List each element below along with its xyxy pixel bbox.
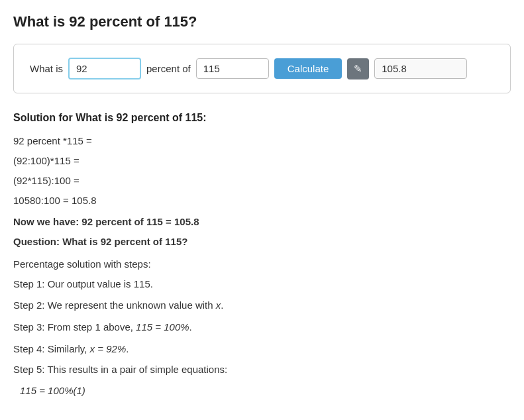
step5-line: Step 5: This results in a pair of simple… bbox=[13, 362, 511, 378]
step5-eq-line: 115 = 100%(1) bbox=[20, 382, 511, 399]
solution-line-2: (92:100)*115 = bbox=[13, 153, 511, 169]
step2-suffix: . bbox=[221, 299, 223, 311]
solution-line-4: 10580:100 = 105.8 bbox=[13, 193, 511, 209]
step4-suffix: . bbox=[126, 343, 129, 354]
bold-question-line: Question: What is 92 percent of 115? bbox=[13, 234, 511, 250]
calculator-box: What is percent of Calculate ✎ bbox=[13, 44, 511, 93]
step2-line: Step 2: We represent the unknown value w… bbox=[13, 296, 511, 314]
what-is-label: What is bbox=[30, 63, 63, 74]
pen-icon: ✎ bbox=[354, 63, 362, 75]
calc-row: What is percent of Calculate ✎ bbox=[30, 58, 494, 79]
result-input bbox=[374, 58, 467, 79]
step3-suffix: . bbox=[189, 321, 192, 333]
bold-result-line: Now we have: 92 percent of 115 = 105.8 bbox=[13, 214, 511, 230]
calculate-button[interactable]: Calculate bbox=[274, 58, 342, 79]
step3-math: 115 = 100% bbox=[136, 321, 189, 333]
step5-eq: 115 = 100%(1) bbox=[20, 385, 85, 396]
step3-prefix: Step 3: From step 1 above, bbox=[13, 321, 133, 333]
percentage-steps-label: Percentage solution with steps: bbox=[13, 256, 511, 272]
step4-math: x = 92% bbox=[90, 343, 127, 354]
solution-line-1: 92 percent *115 = bbox=[13, 133, 511, 149]
step3-line: Step 3: From step 1 above, 115 = 100%. bbox=[13, 318, 511, 336]
step1-line: Step 1: Our output value is 115. bbox=[13, 276, 511, 292]
page-title: What is 92 percent of 115? bbox=[13, 13, 511, 30]
solution-title: Solution for What is 92 percent of 115: bbox=[13, 112, 511, 124]
pen-button[interactable]: ✎ bbox=[347, 58, 369, 79]
step4-prefix: Step 4: Similarly, bbox=[13, 343, 87, 354]
solution-section: Solution for What is 92 percent of 115: … bbox=[13, 112, 511, 399]
percent-input[interactable] bbox=[68, 58, 141, 79]
solution-line-3: (92*115):100 = bbox=[13, 173, 511, 189]
step2-prefix: Step 2: We represent the unknown value w… bbox=[13, 299, 216, 311]
number-input[interactable] bbox=[196, 58, 269, 79]
percent-of-label: percent of bbox=[146, 63, 191, 74]
step4-line: Step 4: Similarly, x = 92%. bbox=[13, 340, 511, 358]
